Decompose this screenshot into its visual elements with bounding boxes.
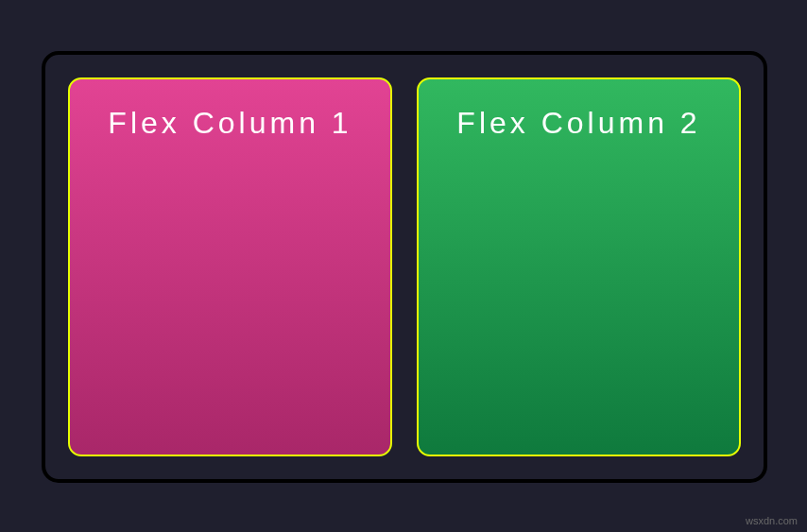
flex-column-2: Flex Column 2 xyxy=(417,77,741,456)
flex-column-1: Flex Column 1 xyxy=(68,77,392,456)
column-2-title: Flex Column 2 xyxy=(419,106,739,141)
column-1-title: Flex Column 1 xyxy=(70,106,390,141)
flex-container: Flex Column 1 Flex Column 2 xyxy=(42,51,767,483)
watermark: wsxdn.com xyxy=(746,515,798,526)
